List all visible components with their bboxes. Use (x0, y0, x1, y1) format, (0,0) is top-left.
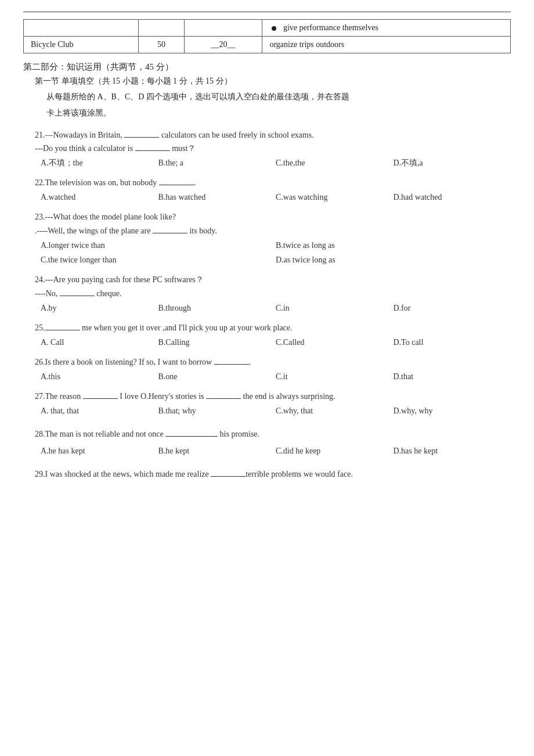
q21-optA: A.不填；the (41, 156, 158, 170)
instruction-1: 从每题所给的 A、B、C、D 四个选项中，选出可以填入空白处的最佳选项，并在答题 (46, 90, 511, 104)
q28-text: 28.The man is not reliable and not once … (35, 427, 511, 441)
bullet-icon (272, 26, 276, 31)
blank (60, 296, 95, 296)
cell-2-4: organize trips outdoors (262, 37, 511, 53)
table-row-1: give performance themselves (24, 20, 511, 37)
q25-optA: A. Call (41, 335, 158, 350)
q25-optD: D.To call (394, 335, 511, 350)
cell-2-1: Bicycle Club (24, 37, 139, 53)
q23-optA: A.longer twice than (41, 238, 276, 253)
table-row-2: Bicycle Club 50 __20__ organize trips ou… (24, 37, 511, 53)
blank (83, 398, 118, 399)
cell-2-3: __20__ (184, 37, 262, 53)
q22-optA: A.watched (41, 190, 158, 204)
q21-options: A.不填；the B.the; a C.the,the D.不填,a (41, 156, 511, 170)
question-29: 29.I was shocked at the news, which made… (35, 467, 511, 481)
header-table: give performance themselves Bicycle Club… (23, 19, 511, 53)
q24-options: A.by B.through C.in D.for (41, 301, 511, 315)
blank (45, 330, 80, 330)
question-22: 22.The television was on, but nobody . A… (35, 176, 511, 204)
q22-text: 22.The television was on, but nobody . (35, 176, 511, 190)
cell-1-2 (139, 20, 184, 37)
q21-text: 21.—Nowadays in Britain, calculators can… (35, 128, 511, 142)
q24-optC: C.in (276, 301, 394, 315)
q21-optB: B.the; a (158, 156, 276, 170)
q24-optA: A.by (41, 301, 158, 315)
q23-optB: B.twice as long as (276, 238, 511, 253)
q27-text: 27.The reason I love O.Henry's stories i… (35, 390, 511, 404)
q27-optA: A. that, that (41, 404, 158, 418)
question-26: 26.Is there a book on listening? If so, … (35, 355, 511, 384)
cell-1-4: give performance themselves (262, 20, 511, 37)
q21-optD: D.不填,a (394, 156, 511, 170)
q26-optB: B.one (158, 369, 276, 384)
q25-optB: B.Calling (158, 335, 276, 350)
cell-2-2: 50 (139, 37, 184, 53)
q27-optD: D.why, why (394, 404, 511, 418)
q23-optD: D.as twice long as (276, 253, 511, 267)
blank (165, 436, 218, 437)
blank (206, 398, 241, 399)
q26-options: A.this B.one C.it D.that (41, 369, 511, 384)
q21-optC: C.the,the (276, 156, 394, 170)
question-21: 21.—Nowadays in Britain, calculators can… (35, 128, 511, 171)
q23-sub: .----Well, the wings of the plane are it… (35, 224, 511, 238)
question-24: 24.---Are you paying cash for these PC s… (35, 273, 511, 315)
q26-optA: A.this (41, 369, 158, 384)
blank (124, 137, 159, 138)
q23-options: A.longer twice than B.twice as long as C… (41, 238, 511, 267)
cell-1-1 (24, 20, 139, 37)
part2-title: 第二部分：知识运用（共两节，45 分） (23, 62, 511, 73)
q28-optA: A.he has kept (41, 444, 158, 458)
q24-sub: ----No, cheque. (35, 287, 511, 301)
q26-text: 26.Is there a book on listening? If so, … (35, 355, 511, 369)
cell-1-4-text: give performance themselves (283, 23, 378, 32)
q25-optC: C.Called (276, 335, 394, 350)
q24-text: 24.---Are you paying cash for these PC s… (35, 273, 511, 287)
q22-optB: B.has watched (158, 190, 276, 204)
question-25: 25. me when you get it over ,and I'll pi… (35, 321, 511, 350)
blank (135, 150, 170, 151)
q22-optC: C.was watching (276, 190, 394, 204)
question-23: 23.---What does the model plane look lik… (35, 210, 511, 267)
question-27: 27.The reason I love O.Henry's stories i… (35, 390, 511, 418)
q24-optD: D.for (394, 301, 511, 315)
q28-optC: C.did he keep (276, 444, 394, 458)
q28-options: A.he has kept B.he kept C.did he keep D.… (41, 444, 511, 458)
blank (159, 185, 194, 185)
q23-optC: C.the twice longer than (41, 253, 276, 267)
questions-container: 21.—Nowadays in Britain, calculators can… (35, 128, 511, 481)
instruction-2: 卡上将该项涂黑。 (46, 106, 511, 120)
q27-options: A. that, that B.that; why C.why, that D.… (41, 404, 511, 418)
q28-optB: B.he kept (158, 444, 276, 458)
top-rule (23, 12, 511, 12)
q22-options: A.watched B.has watched C.was watching D… (41, 190, 511, 204)
question-28: 28.The man is not reliable and not once … (35, 427, 511, 458)
q29-text: 29.I was shocked at the news, which made… (35, 467, 511, 481)
cell-1-3 (184, 20, 262, 37)
q25-options: A. Call B.Calling C.Called D.To call (41, 335, 511, 350)
blank (211, 476, 246, 477)
q25-text: 25. me when you get it over ,and I'll pi… (35, 321, 511, 335)
q26-optC: C.it (276, 369, 394, 384)
q23-text: 23.---What does the model plane look lik… (35, 210, 511, 224)
section1-title: 第一节 单项填空（共 15 小题；每小题 1 分，共 15 分） (35, 76, 511, 87)
q26-optD: D.that (394, 369, 511, 384)
q28-optD: D.has he kept (394, 444, 511, 458)
q27-optC: C.why, that (276, 404, 394, 418)
q27-optB: B.that; why (158, 404, 276, 418)
blank (153, 233, 187, 233)
q21-sub: ---Do you think a calculator is must？ (35, 142, 511, 156)
blank (214, 364, 249, 365)
q24-optB: B.through (158, 301, 276, 315)
q22-optD: D.had watched (394, 190, 511, 204)
